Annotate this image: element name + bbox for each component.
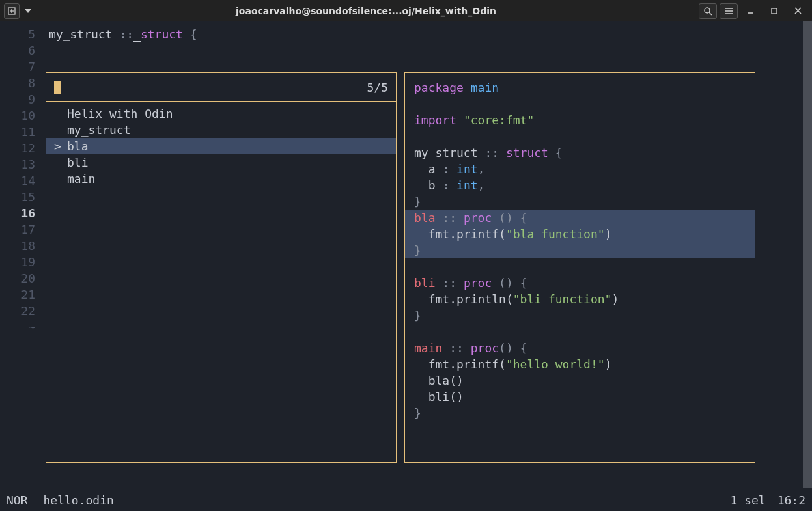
scrollbar-thumb[interactable] (803, 21, 812, 488)
line-number: 17 (0, 221, 35, 238)
line-number-gutter: 5 6 7 8 9 10 11 12 13 14 15 16 17 18 19 … (0, 21, 42, 490)
status-bar: NOR hello.odin 1 sel 16:2 (0, 490, 812, 511)
picker-list[interactable]: Helix_with_Odin my_struct bla bli main (46, 102, 396, 187)
picker-item[interactable]: main (46, 171, 396, 187)
line-number: 10 (0, 107, 35, 124)
picker-item[interactable]: bli (46, 154, 396, 171)
maximize-button[interactable] (764, 3, 785, 19)
svg-rect-10 (772, 8, 777, 14)
line-number: 20 (0, 270, 35, 286)
symbol-picker: 5/5 Helix_with_Odin my_struct bla bli ma… (46, 72, 755, 463)
vertical-scrollbar[interactable] (803, 21, 812, 488)
line-number: 21 (0, 286, 35, 303)
line-number: 11 (0, 124, 35, 140)
line-number: 7 (0, 59, 35, 75)
new-tab-dropdown[interactable] (22, 3, 33, 19)
cursor-position: 16:2 (777, 493, 805, 507)
line-number: 9 (0, 91, 35, 107)
window-titlebar: joaocarvalho@soundofsilence:...oj/Helix_… (0, 0, 812, 21)
buffer-code-line: my_struct :: struct { (49, 26, 197, 42)
close-button[interactable] (787, 3, 808, 19)
window-title: joaocarvalho@soundofsilence:...oj/Helix_… (236, 6, 496, 16)
picker-list-panel: 5/5 Helix_with_Odin my_struct bla bli ma… (46, 72, 397, 463)
line-number: 13 (0, 156, 35, 173)
line-number-current: 16 (0, 205, 35, 221)
svg-point-4 (705, 8, 710, 13)
line-number: 14 (0, 173, 35, 189)
line-number: 19 (0, 254, 35, 270)
line-number: 6 (0, 42, 35, 59)
line-number: 18 (0, 238, 35, 254)
search-button[interactable] (699, 3, 717, 19)
picker-item[interactable]: my_struct (46, 122, 396, 138)
svg-marker-3 (25, 9, 31, 13)
line-number: 22 (0, 303, 35, 319)
picker-search-row: 5/5 (46, 73, 396, 102)
new-tab-button[interactable] (4, 3, 20, 19)
picker-item[interactable]: Helix_with_Odin (46, 105, 396, 122)
picker-count: 5/5 (367, 79, 388, 96)
preview-code: package main import "core:fmt" my_struct… (405, 73, 755, 428)
line-number: 8 (0, 75, 35, 91)
editor-area[interactable]: 5 6 7 8 9 10 11 12 13 14 15 16 17 18 19 … (0, 21, 812, 490)
line-number: 15 (0, 189, 35, 205)
selection-count: 1 sel (730, 493, 765, 507)
picker-cursor (54, 81, 61, 94)
svg-line-5 (709, 12, 712, 15)
line-number: 12 (0, 140, 35, 156)
hamburger-menu-button[interactable] (720, 3, 738, 19)
line-number: 5 (0, 26, 35, 42)
line-number: ~ (0, 319, 35, 335)
buffer-filename: hello.odin (44, 493, 114, 507)
picker-item-selected[interactable]: bla (46, 138, 396, 154)
editor-mode: NOR (7, 493, 28, 507)
minimize-button[interactable] (740, 3, 761, 19)
picker-preview-panel: package main import "core:fmt" my_struct… (404, 72, 755, 463)
